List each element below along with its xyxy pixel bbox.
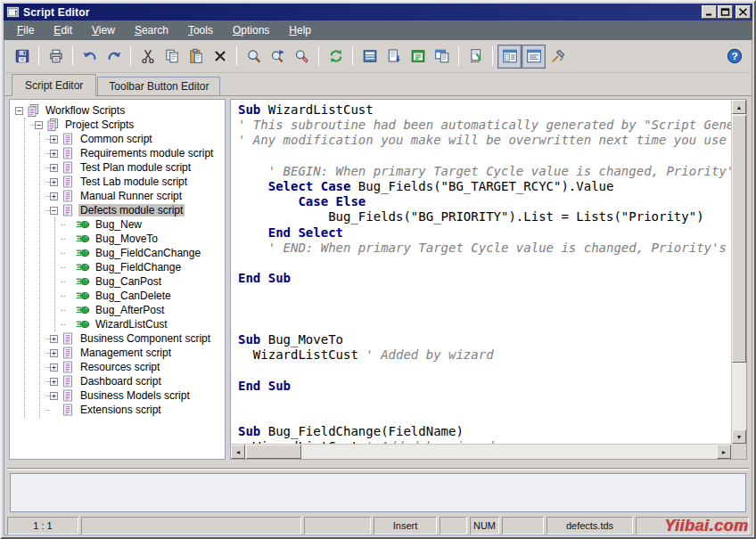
redo-button[interactable] xyxy=(102,45,126,69)
print-button[interactable] xyxy=(44,45,68,69)
tab-script-editor[interactable]: Script Editor xyxy=(12,74,96,96)
save-icon xyxy=(14,48,30,64)
new-window-button[interactable] xyxy=(430,45,454,69)
customize-button[interactable] xyxy=(546,45,570,69)
find-next-button[interactable] xyxy=(266,45,290,69)
expand-icon[interactable]: + xyxy=(50,335,58,343)
menu-help[interactable]: Help xyxy=(279,21,321,39)
client-area: ? Script EditorToolbar Button Editor −Wo… xyxy=(4,40,752,535)
expand-icon[interactable]: + xyxy=(50,392,58,400)
code-line: Sub Bug_MoveTo xyxy=(238,332,731,347)
copy-button[interactable] xyxy=(160,45,184,69)
tree-connector xyxy=(61,239,65,240)
cut-button[interactable] xyxy=(136,45,160,69)
tree-item-test-plan-module-script[interactable]: +Test Plan module script xyxy=(45,160,223,175)
find-button[interactable] xyxy=(242,45,266,69)
code-line: End Select xyxy=(238,225,731,241)
tree-item-management-script[interactable]: +Management script xyxy=(45,346,223,360)
tree-item-bug-candelete[interactable]: Bug_CanDelete xyxy=(61,289,223,303)
delete-button[interactable] xyxy=(208,45,232,69)
close-button[interactable] xyxy=(735,5,751,19)
tree-item-resources-script[interactable]: +Resources script xyxy=(45,360,223,374)
script-document-icon xyxy=(61,374,75,388)
tree-item-bug-new[interactable]: Bug_New xyxy=(61,217,223,232)
maximize-button[interactable] xyxy=(718,5,733,19)
menu-file[interactable]: File xyxy=(7,21,44,39)
status-panel xyxy=(502,517,544,535)
expand-icon[interactable]: + xyxy=(50,150,58,158)
horizontal-scrollbar[interactable]: ◄ ► xyxy=(231,444,731,459)
event-icon xyxy=(76,317,90,331)
expand-icon[interactable]: + xyxy=(50,164,58,172)
workflow-tree-panel[interactable]: −Workflow Scripts−Project Scripts+Common… xyxy=(9,99,226,460)
vertical-scroll-thumb[interactable] xyxy=(732,115,746,363)
scroll-down-button[interactable]: ▼ xyxy=(732,429,746,444)
tree-item-defects-module-script[interactable]: −Defects module script xyxy=(45,203,223,217)
replace-button[interactable] xyxy=(290,45,314,69)
menu-view[interactable]: View xyxy=(82,21,125,39)
scroll-up-button[interactable]: ▲ xyxy=(732,100,746,114)
help-button[interactable]: ? xyxy=(722,45,746,69)
code-editor[interactable]: Sub WizardListCust' This subroutine had … xyxy=(230,99,747,460)
collapse-icon[interactable]: − xyxy=(35,121,43,129)
sync-button[interactable] xyxy=(324,45,348,69)
tab-toolbar-button-editor[interactable]: Toolbar Button Editor xyxy=(97,77,220,95)
expand-icon[interactable]: + xyxy=(50,363,58,372)
scroll-left-button[interactable]: ◄ xyxy=(231,445,245,459)
tree-item-bug-moveto[interactable]: Bug_MoveTo xyxy=(61,232,223,246)
vertical-scrollbar[interactable]: ▲ ▼ xyxy=(731,100,746,444)
scroll-right-button[interactable]: ► xyxy=(717,445,731,459)
status-bar: 1 : 1InsertNUMdefects.tdsYiibai.com xyxy=(7,517,749,535)
expand-icon[interactable]: + xyxy=(50,349,58,357)
expand-icon[interactable]: + xyxy=(50,178,58,186)
tree-item-dashboard-script[interactable]: +Dashboard script xyxy=(45,374,223,388)
menu-edit[interactable]: Edit xyxy=(44,21,82,39)
undo-button[interactable] xyxy=(78,45,102,69)
tree-item-business-component-script[interactable]: +Business Component script xyxy=(45,331,223,346)
tree-item-bug-canpost[interactable]: Bug_CanPost xyxy=(61,274,223,289)
horizontal-scroll-thumb[interactable] xyxy=(246,445,301,459)
expand-icon[interactable]: + xyxy=(50,192,58,200)
tree-item-extensions-script[interactable]: Extensions script xyxy=(45,403,223,417)
menu-search[interactable]: Search xyxy=(125,21,178,39)
expand-icon[interactable]: + xyxy=(50,135,58,143)
form-preview-icon xyxy=(410,48,426,64)
tree-item-requirements-module-script[interactable]: +Requirements module script xyxy=(45,146,223,160)
tree-item-label: Bug_MoveTo xyxy=(94,233,160,245)
field-list-button[interactable] xyxy=(357,45,382,69)
code-area[interactable]: Sub WizardListCust' This subroutine had … xyxy=(231,100,731,444)
tree-item-label: Workflow Scripts xyxy=(44,104,127,117)
tree-item-project-scripts[interactable]: −Project Scripts xyxy=(30,118,223,132)
tree-item-manual-runner-script[interactable]: +Manual Runner script xyxy=(45,189,223,203)
expand-icon[interactable]: + xyxy=(50,378,58,386)
toolbar-separator xyxy=(38,46,39,66)
import-script-button[interactable] xyxy=(464,45,488,69)
show-tree-icon xyxy=(502,48,518,64)
minimize-button[interactable] xyxy=(702,5,717,19)
menu-tools[interactable]: Tools xyxy=(178,21,223,39)
show-editor-button[interactable] xyxy=(522,45,546,69)
toolbar-separator xyxy=(130,46,131,66)
save-page-button[interactable] xyxy=(382,45,406,69)
form-preview-button[interactable] xyxy=(406,45,430,69)
collapse-icon[interactable]: − xyxy=(50,207,58,215)
tree-item-business-models-script[interactable]: +Business Models script xyxy=(45,388,223,403)
tree-item-workflow-scripts[interactable]: −Workflow Scripts xyxy=(15,103,223,118)
tree-item-bug-fieldchange[interactable]: Bug_FieldChange xyxy=(61,260,223,274)
tree-item-bug-afterpost[interactable]: Bug_AfterPost xyxy=(61,303,223,317)
tree-item-test-lab-module-script[interactable]: +Test Lab module script xyxy=(45,175,223,189)
horizontal-splitter[interactable] xyxy=(7,468,749,470)
menu-options[interactable]: Options xyxy=(223,21,279,39)
collapse-icon[interactable]: − xyxy=(15,107,23,115)
tree-item-wizardlistcust[interactable]: WizardListCust xyxy=(61,317,223,331)
tree-connector xyxy=(61,253,65,254)
tree-item-bug-fieldcanchange[interactable]: Bug_FieldCanChange xyxy=(61,246,223,260)
code-line: End Sub xyxy=(238,379,731,394)
tree-item-label: Bug_New xyxy=(94,218,144,231)
save-button[interactable] xyxy=(10,45,34,69)
paste-button[interactable] xyxy=(184,45,208,69)
code-line xyxy=(238,256,731,271)
close-icon xyxy=(738,8,748,16)
show-tree-button[interactable] xyxy=(497,45,522,69)
tree-item-common-script[interactable]: +Common script xyxy=(45,132,223,146)
